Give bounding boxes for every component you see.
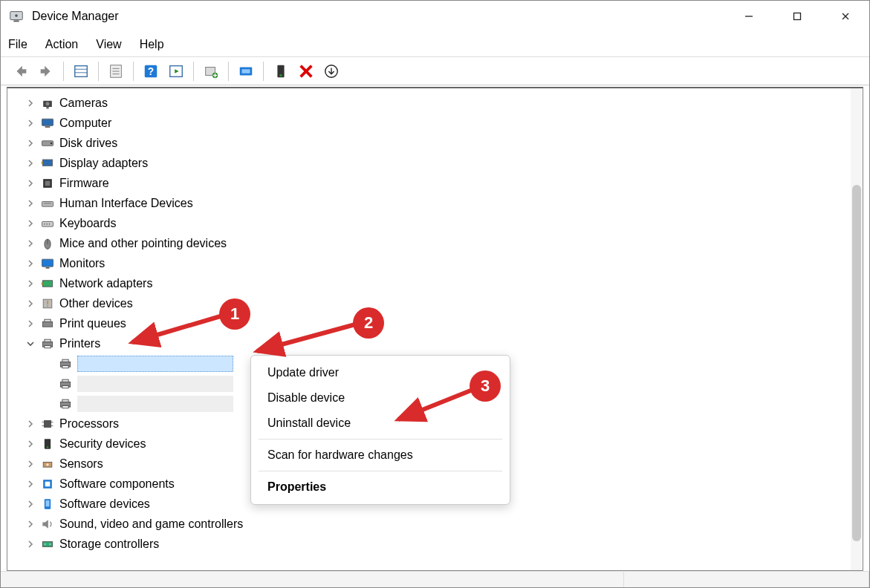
svg-point-43 xyxy=(49,223,51,225)
close-button[interactable] xyxy=(821,1,869,32)
tree-child-label xyxy=(77,376,233,392)
tree-item-monitors[interactable]: Monitors xyxy=(22,253,863,273)
chevron-right-icon[interactable] xyxy=(25,178,36,189)
svg-rect-52 xyxy=(42,321,52,327)
svg-rect-78 xyxy=(46,500,50,506)
tree-item-label: Storage controllers xyxy=(59,538,159,551)
tree-child-label xyxy=(77,356,233,372)
disk-drives-icon xyxy=(40,136,55,151)
forward-button[interactable] xyxy=(33,60,59,82)
minimize-button[interactable] xyxy=(724,1,773,32)
svg-rect-76 xyxy=(45,481,51,486)
svg-rect-21 xyxy=(242,69,250,74)
tree-item-label: Display adapters xyxy=(59,157,148,170)
printer-icon xyxy=(58,376,73,391)
tree-item-keyboards[interactable]: Keyboards xyxy=(22,213,863,233)
svg-rect-58 xyxy=(62,359,68,362)
menu-help[interactable]: Help xyxy=(140,38,164,51)
chevron-right-icon[interactable] xyxy=(25,158,36,169)
tree-item-label: Processors xyxy=(59,417,119,431)
window-title: Device Manager xyxy=(32,10,119,23)
chevron-right-icon[interactable] xyxy=(25,298,36,309)
software-devices-icon xyxy=(40,497,55,512)
properties-button[interactable] xyxy=(103,60,129,82)
chevron-right-icon[interactable] xyxy=(25,218,36,229)
tree-item-computer[interactable]: Computer xyxy=(22,113,863,133)
menu-view[interactable]: View xyxy=(96,38,121,51)
chevron-right-icon[interactable] xyxy=(25,439,36,449)
chevron-right-icon[interactable] xyxy=(25,539,36,549)
chevron-down-icon[interactable] xyxy=(25,339,36,349)
svg-rect-79 xyxy=(42,541,52,546)
update-driver-button[interactable] xyxy=(198,60,224,82)
tree-item-hid[interactable]: Human Interface Devices xyxy=(22,193,863,213)
tree-item-sound[interactable]: Sound, video and game controllers xyxy=(22,514,863,534)
chevron-right-icon[interactable] xyxy=(25,318,36,329)
tree-item-label: Software devices xyxy=(59,497,150,511)
svg-rect-34 xyxy=(42,160,52,166)
down-arrow-button[interactable] xyxy=(319,60,344,82)
uninstall-device-button[interactable] xyxy=(293,60,319,82)
svg-text:?: ? xyxy=(148,65,154,76)
svg-rect-46 xyxy=(42,259,53,267)
chevron-right-icon[interactable] xyxy=(25,138,36,148)
chevron-right-icon[interactable] xyxy=(25,419,36,429)
tree-item-label: Disk drives xyxy=(59,137,117,150)
sound-icon xyxy=(40,517,55,532)
menu-action[interactable]: Action xyxy=(45,38,78,51)
storage-controllers-icon xyxy=(40,537,55,552)
tree-item-storage-controllers[interactable]: Storage controllers xyxy=(22,534,863,554)
titlebar: Device Manager xyxy=(1,1,869,32)
annotation-badge-3: 3 xyxy=(470,370,501,402)
tree-item-display-adapters[interactable]: Display adapters xyxy=(22,153,863,173)
tree-item-firmware[interactable]: Firmware xyxy=(22,173,863,193)
chevron-right-icon[interactable] xyxy=(25,118,36,128)
enable-device-button[interactable] xyxy=(268,60,293,82)
firmware-icon xyxy=(40,176,55,191)
tree-item-network-adapters[interactable]: Network adapters xyxy=(22,273,863,293)
annotation-badge-2: 2 xyxy=(353,307,384,339)
chevron-right-icon[interactable] xyxy=(25,479,36,489)
action-center-button[interactable] xyxy=(163,60,189,82)
svg-text:!: ! xyxy=(46,299,49,308)
svg-point-81 xyxy=(50,543,51,545)
chevron-right-icon[interactable] xyxy=(25,459,36,469)
tree-item-label: Human Interface Devices xyxy=(59,197,193,210)
chevron-right-icon[interactable] xyxy=(25,198,36,209)
svg-point-23 xyxy=(279,74,282,76)
ctx-separator xyxy=(259,471,502,471)
svg-rect-62 xyxy=(62,385,68,388)
back-button[interactable] xyxy=(8,60,33,82)
svg-rect-1 xyxy=(13,21,19,22)
tree-item-label: Mice and other pointing devices xyxy=(59,237,227,250)
svg-point-80 xyxy=(45,543,46,545)
chevron-right-icon[interactable] xyxy=(25,278,36,289)
tree-item-disk-drives[interactable]: Disk drives xyxy=(22,133,863,153)
ctx-scan-hardware[interactable]: Scan for hardware changes xyxy=(251,442,510,468)
chevron-right-icon[interactable] xyxy=(25,238,36,249)
chevron-right-icon[interactable] xyxy=(25,98,36,108)
app-icon xyxy=(8,8,25,24)
svg-rect-37 xyxy=(45,180,51,186)
keyboards-icon xyxy=(40,216,55,231)
help-button[interactable]: ? xyxy=(138,60,163,82)
tree-item-cameras[interactable]: Cameras xyxy=(22,93,863,113)
chevron-right-icon[interactable] xyxy=(25,519,36,529)
scan-hardware-button[interactable] xyxy=(233,60,259,82)
show-hide-console-tree-button[interactable] xyxy=(68,60,94,82)
tree-child-label xyxy=(77,396,233,412)
tree-item-mice[interactable]: Mice and other pointing devices xyxy=(22,233,863,253)
maximize-button[interactable] xyxy=(773,1,821,32)
svg-rect-49 xyxy=(42,282,43,284)
software-components-icon xyxy=(40,477,55,491)
svg-point-42 xyxy=(46,223,48,225)
ctx-properties[interactable]: Properties xyxy=(251,474,510,500)
hid-icon xyxy=(40,196,55,211)
tree-item-label: Firmware xyxy=(59,177,109,190)
menu-file[interactable]: File xyxy=(8,38,27,51)
chevron-right-icon[interactable] xyxy=(25,258,36,269)
svg-rect-65 xyxy=(62,405,68,408)
display-adapters-icon xyxy=(40,156,55,171)
chevron-right-icon[interactable] xyxy=(25,499,36,509)
tree-item-label: Sensors xyxy=(59,457,103,471)
